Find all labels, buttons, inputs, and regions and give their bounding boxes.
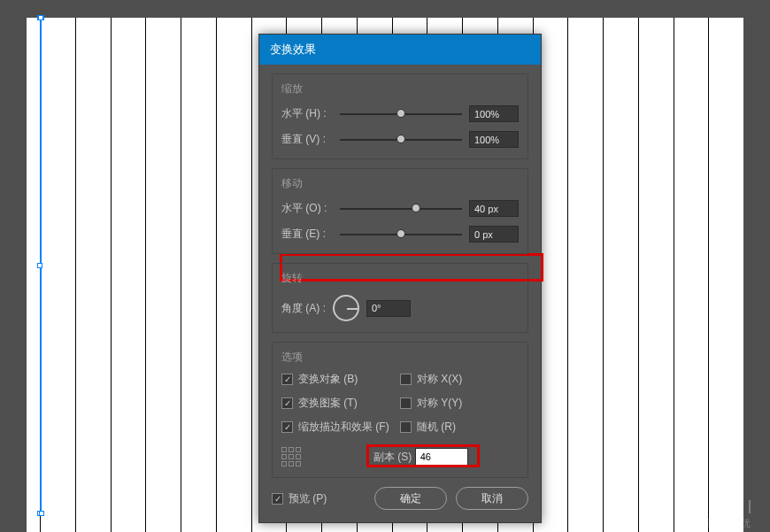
checkbox-icon: ✓ [281,397,293,409]
preview-label: 预览 (P) [289,491,327,506]
watermark-main: UIIII [710,496,754,518]
scale-strokes-checkbox[interactable]: ✓ 缩放描边和效果 (F) [281,420,400,435]
scale-strokes-label: 缩放描边和效果 (F) [298,420,389,435]
rotate-angle-input[interactable] [366,300,411,317]
checkbox-icon [400,397,412,409]
scale-vertical-label: 垂直 (V) : [281,132,333,147]
rotate-angle-label: 角度 (A) : [281,301,333,316]
move-vertical-input[interactable] [469,226,519,243]
cancel-button[interactable]: 取消 [456,487,528,510]
ok-button[interactable]: 确定 [374,487,447,510]
rotate-section: 旋转 角度 (A) : [272,263,528,333]
scale-vertical-slider[interactable] [340,139,462,141]
move-section: 移动 水平 (O) : 垂直 (E) : [272,168,528,254]
selection-handle-top-middle[interactable] [38,15,43,20]
transform-objects-label: 变换对象 (B) [298,372,358,387]
watermark-sub: 就 看 优 优 [682,518,754,528]
transform-objects-checkbox[interactable]: ✓ 变换对象 (B) [281,372,400,387]
checkbox-icon [400,374,412,385]
transform-patterns-checkbox[interactable]: ✓ 变换图案 (T) [281,396,400,411]
move-horizontal-slider[interactable] [340,208,462,210]
reflect-y-label: 对称 Y(Y) [417,396,462,411]
options-section-label: 选项 [281,350,519,365]
rotate-section-label: 旋转 [281,271,519,286]
scale-vertical-input[interactable] [469,131,519,148]
move-vertical-label: 垂直 (E) : [281,227,333,242]
checkbox-icon: ✓ [281,374,293,385]
transform-patterns-label: 变换图案 (T) [298,396,358,411]
copies-label: 副本 (S) [373,451,412,463]
selection-handle-middle-left[interactable] [37,263,42,268]
reflect-y-checkbox[interactable]: 对称 Y(Y) [400,396,519,411]
scale-horizontal-label: 水平 (H) : [281,106,333,121]
selection-box[interactable] [40,18,42,513]
options-section: 选项 ✓ 变换对象 (B) 对称 X(X) ✓ 变换图案 (T) 对称 Y(Y) [272,342,528,478]
slider-thumb[interactable] [397,135,405,143]
scale-section: 缩放 水平 (H) : 垂直 (V) : [272,73,528,159]
copies-input[interactable] [415,448,468,466]
slider-thumb[interactable] [412,204,420,212]
reflect-x-checkbox[interactable]: 对称 X(X) [400,372,519,387]
scale-horizontal-input[interactable] [469,105,519,122]
scale-section-label: 缩放 [281,81,519,96]
move-section-label: 移动 [281,176,519,191]
scale-horizontal-slider[interactable] [340,113,462,115]
slider-thumb[interactable] [397,229,405,238]
random-checkbox[interactable]: 随机 (R) [400,420,519,435]
preview-checkbox[interactable]: ✓ 预览 (P) [272,491,327,506]
checkbox-icon: ✓ [281,421,293,433]
slider-thumb[interactable] [397,109,405,118]
move-vertical-slider[interactable] [340,234,462,235]
move-horizontal-label: 水平 (O) : [281,201,333,216]
transform-effect-dialog: 变换效果 缩放 水平 (H) : 垂直 (V) : 移动 [258,34,542,523]
selection-handle-bottom-right[interactable] [39,511,44,516]
watermark: UIIII 就 看 优 优 [682,497,754,528]
random-label: 随机 (R) [417,420,456,435]
checkbox-icon [400,421,412,433]
move-horizontal-input[interactable] [469,200,519,217]
angle-wheel-icon[interactable] [333,295,359,321]
registration-point-selector[interactable] [281,447,301,466]
dialog-title: 变换效果 [259,35,541,65]
checkbox-icon: ✓ [272,493,283,505]
reflect-x-label: 对称 X(X) [417,372,462,387]
